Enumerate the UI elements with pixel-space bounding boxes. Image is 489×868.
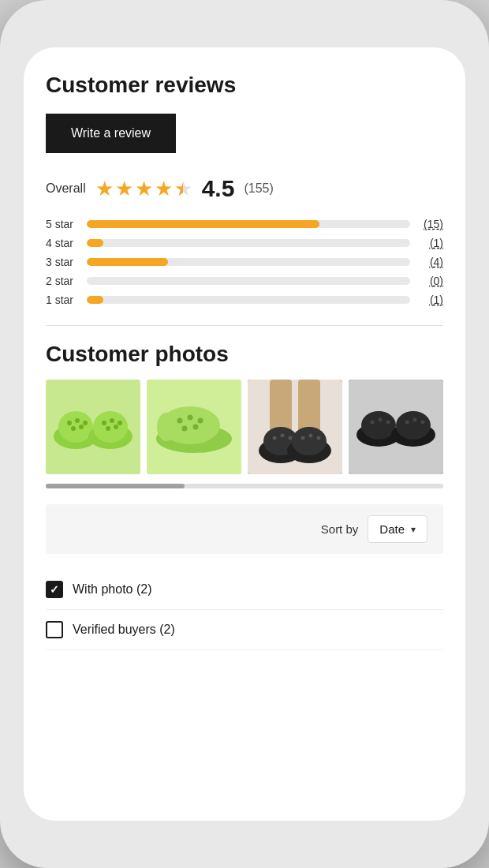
verified-buyers-checkbox[interactable]: [46, 621, 63, 638]
svg-point-23: [157, 413, 176, 441]
photo-4-image: [349, 380, 443, 474]
screen-content: Customer reviews Write a review Overall …: [24, 47, 465, 821]
photo-thumb-4[interactable]: [349, 380, 443, 474]
rating-row-4: 2 star(0): [46, 275, 443, 287]
svg-point-6: [71, 426, 76, 431]
photo-thumb-1[interactable]: [46, 380, 140, 474]
stars-container: ★ ★ ★ ★ ★ ★: [95, 177, 192, 201]
phone-notch: [181, 0, 308, 25]
bar-track-4: [87, 277, 410, 285]
svg-point-47: [421, 421, 425, 425]
bar-count-2[interactable]: (1): [418, 237, 443, 249]
overall-label: Overall: [46, 181, 86, 196]
divider-1: [46, 325, 443, 326]
phone-screen: Customer reviews Write a review Overall …: [24, 47, 465, 821]
bar-fill-5: [87, 296, 103, 304]
photos-row: [46, 380, 443, 474]
sort-value: Date: [379, 522, 405, 536]
svg-point-36: [317, 436, 321, 440]
photos-title: Customer photos: [46, 342, 443, 367]
svg-point-44: [396, 411, 431, 440]
page-title: Customer reviews: [46, 73, 443, 98]
svg-point-39: [361, 411, 396, 440]
bar-track-2: [87, 239, 410, 247]
photo-2-image: [147, 380, 241, 474]
svg-point-21: [182, 426, 188, 432]
rating-label-4: 2 star: [46, 275, 79, 287]
chevron-down-icon: ▾: [411, 524, 416, 535]
filter-with-photo[interactable]: ✓ With photo (2): [46, 570, 443, 610]
star-3: ★: [135, 177, 153, 201]
svg-point-22: [193, 425, 199, 430]
svg-point-45: [405, 421, 409, 425]
bar-track-3: [87, 258, 410, 266]
photo-1-image: [46, 380, 140, 474]
bar-count-4[interactable]: (0): [418, 275, 443, 287]
bar-count-5[interactable]: (1): [418, 294, 443, 306]
svg-point-41: [379, 418, 383, 422]
sort-dropdown[interactable]: Date ▾: [368, 515, 427, 543]
rating-label-2: 4 star: [46, 237, 79, 249]
svg-point-4: [75, 418, 80, 423]
svg-point-2: [58, 411, 93, 443]
checkmark-icon: ✓: [50, 583, 59, 596]
svg-point-31: [289, 436, 293, 440]
rating-label-5: 1 star: [46, 294, 79, 306]
svg-point-30: [281, 434, 285, 438]
star-1: ★: [95, 177, 114, 201]
photo-thumb-2[interactable]: [147, 380, 241, 474]
photo-thumb-3[interactable]: [248, 380, 342, 474]
bar-count-3[interactable]: (4): [418, 256, 443, 268]
svg-point-9: [93, 411, 128, 443]
phone-shell: Customer reviews Write a review Overall …: [0, 0, 489, 868]
svg-point-11: [110, 418, 114, 423]
filter-verified-buyers[interactable]: Verified buyers (2): [46, 610, 443, 650]
bar-fill-1: [87, 220, 319, 228]
sort-label: Sort by: [321, 522, 359, 536]
rating-row-3: 3 star(4): [46, 256, 443, 268]
rating-label-3: 3 star: [46, 256, 79, 268]
svg-point-5: [83, 421, 88, 425]
svg-point-7: [79, 425, 84, 429]
sort-bar: Sort by Date ▾: [46, 504, 443, 554]
svg-point-33: [292, 427, 327, 455]
svg-point-13: [106, 426, 110, 431]
photo-3-image: [248, 380, 342, 474]
svg-point-19: [188, 415, 193, 421]
svg-point-14: [114, 425, 118, 429]
svg-point-10: [102, 421, 106, 425]
rating-row-2: 4 star(1): [46, 237, 443, 249]
svg-point-46: [413, 418, 417, 422]
bar-fill-2: [87, 239, 103, 247]
rating-row-5: 1 star(1): [46, 294, 443, 306]
svg-point-20: [198, 418, 203, 424]
star-2: ★: [115, 177, 133, 201]
svg-point-40: [371, 421, 375, 425]
bar-count-1[interactable]: (15): [418, 218, 443, 230]
bar-track-1: [87, 220, 410, 228]
star-half: ★ ★: [174, 177, 192, 201]
svg-point-29: [273, 436, 277, 440]
rating-number: 4.5: [202, 175, 235, 202]
svg-point-18: [177, 418, 183, 424]
bar-track-5: [87, 296, 410, 304]
svg-point-3: [67, 421, 72, 425]
rating-row-1: 5 star(15): [46, 218, 443, 230]
star-4: ★: [155, 177, 173, 201]
overall-rating: Overall ★ ★ ★ ★ ★ ★ 4.5 (155): [46, 175, 443, 202]
write-review-button[interactable]: Write a review: [46, 114, 176, 153]
svg-point-42: [386, 421, 390, 425]
svg-point-35: [309, 434, 313, 438]
bar-fill-3: [87, 258, 168, 266]
svg-point-12: [118, 421, 122, 425]
scrollbar-thumb: [46, 484, 185, 488]
rating-bars: 5 star(15)4 star(1)3 star(4)2 star(0)1 s…: [46, 218, 443, 306]
with-photo-checkbox[interactable]: ✓: [46, 581, 63, 598]
verified-buyers-label: Verified buyers (2): [73, 623, 175, 637]
with-photo-label: With photo (2): [73, 582, 151, 597]
svg-point-34: [301, 436, 305, 440]
rating-label-1: 5 star: [46, 218, 79, 230]
photos-scrollbar[interactable]: [46, 484, 443, 488]
rating-count: (155): [244, 181, 273, 196]
